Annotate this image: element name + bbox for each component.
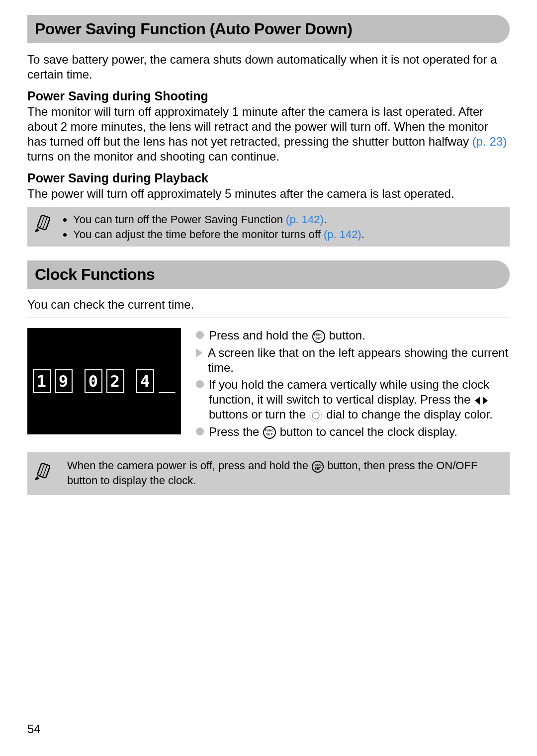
divider xyxy=(27,318,510,318)
note-item-1: You can turn off the Power Saving Functi… xyxy=(73,212,364,227)
section-heading-clock: Clock Functions xyxy=(27,260,510,289)
svg-text:SET: SET xyxy=(315,336,322,340)
svg-text:FUNC.: FUNC. xyxy=(265,429,274,432)
text-shooting-b: turns on the monitor and shooting can co… xyxy=(27,150,279,163)
step-2-text: A screen like that on the left appears s… xyxy=(208,345,510,375)
bullet-circle-icon xyxy=(196,380,204,388)
func-set-icon: FUNC.SET xyxy=(312,330,326,343)
pencil-icon xyxy=(34,461,53,485)
link-p23[interactable]: (p. 23) xyxy=(472,135,507,148)
note-box-clock: When the camera power is off, press and … xyxy=(27,452,510,495)
link-p142-b[interactable]: (p. 142) xyxy=(324,228,361,241)
bullet-circle-icon xyxy=(196,331,204,339)
step-3: If you hold the camera vertically while … xyxy=(196,377,510,422)
dial-icon xyxy=(309,409,323,422)
bullet-triangle-icon xyxy=(196,348,203,357)
clock-digit-4: 2 xyxy=(106,369,124,393)
step-2: A screen like that on the left appears s… xyxy=(196,345,510,375)
step-1: Press and hold the FUNC.SET button. xyxy=(196,328,510,343)
step-1a: Press and hold the xyxy=(209,329,312,342)
note-item-2b: . xyxy=(361,228,364,241)
note-item-2a: You can adjust the time before the monit… xyxy=(73,228,324,241)
step-1b: button. xyxy=(329,329,365,342)
link-p142-a[interactable]: (p. 142) xyxy=(286,213,324,226)
clock-digit-1: 1 xyxy=(33,369,51,393)
step-4: Press the FUNC.SET button to cancel the … xyxy=(196,424,510,440)
note2-a: When the camera power is off, press and … xyxy=(67,459,311,472)
intro-clock: You can check the current time. xyxy=(27,298,510,312)
text-playback: The power will turn off approximately 5 … xyxy=(27,186,510,201)
clock-digit-2: 9 xyxy=(55,369,73,393)
clock-display: 1 9 0 2 4 xyxy=(27,328,181,434)
section-heading-power-saving: Power Saving Function (Auto Power Down) xyxy=(27,15,510,43)
step-3b: buttons or turn the xyxy=(209,408,309,421)
step-3c: dial to change the display color. xyxy=(326,408,493,421)
clock-digit-6-blank xyxy=(158,369,176,393)
note-item-1b: . xyxy=(324,213,327,226)
intro-power-saving: To save battery power, the camera shuts … xyxy=(27,52,510,82)
step-4b: button to cancel the clock display. xyxy=(280,425,457,438)
svg-text:FUNC.: FUNC. xyxy=(314,333,324,336)
text-shooting: The monitor will turn off approximately … xyxy=(27,104,510,164)
svg-text:SET: SET xyxy=(266,432,273,436)
subheading-shooting: Power Saving during Shooting xyxy=(27,89,510,103)
note-item-1a: You can turn off the Power Saving Functi… xyxy=(73,213,286,226)
svg-text:FUNC.: FUNC. xyxy=(314,463,322,466)
svg-point-7 xyxy=(312,412,319,419)
clock-digit-3: 0 xyxy=(85,369,102,393)
bullet-circle-icon xyxy=(196,427,204,435)
clock-steps: Press and hold the FUNC.SET button. A sc… xyxy=(196,328,510,441)
note-item-2: You can adjust the time before the monit… xyxy=(73,227,364,242)
page-number: 54 xyxy=(27,722,41,736)
note-content: You can turn off the Power Saving Functi… xyxy=(63,212,364,242)
func-set-icon: FUNC.SET xyxy=(311,460,324,473)
svg-text:SET: SET xyxy=(315,466,321,470)
text-shooting-a: The monitor will turn off approximately … xyxy=(27,105,488,148)
subheading-playback: Power Saving during Playback xyxy=(27,171,510,185)
step-4a: Press the xyxy=(209,425,263,438)
step-3a: If you hold the camera vertically while … xyxy=(209,378,489,406)
left-right-icon xyxy=(474,396,489,406)
note-clock-content: When the camera power is off, press and … xyxy=(67,458,502,488)
func-set-icon: FUNC.SET xyxy=(263,425,276,439)
clock-digit-5: 4 xyxy=(136,369,154,393)
pencil-icon xyxy=(34,213,53,237)
note-box-power-saving: You can turn off the Power Saving Functi… xyxy=(27,207,510,247)
svg-point-6 xyxy=(310,410,322,421)
